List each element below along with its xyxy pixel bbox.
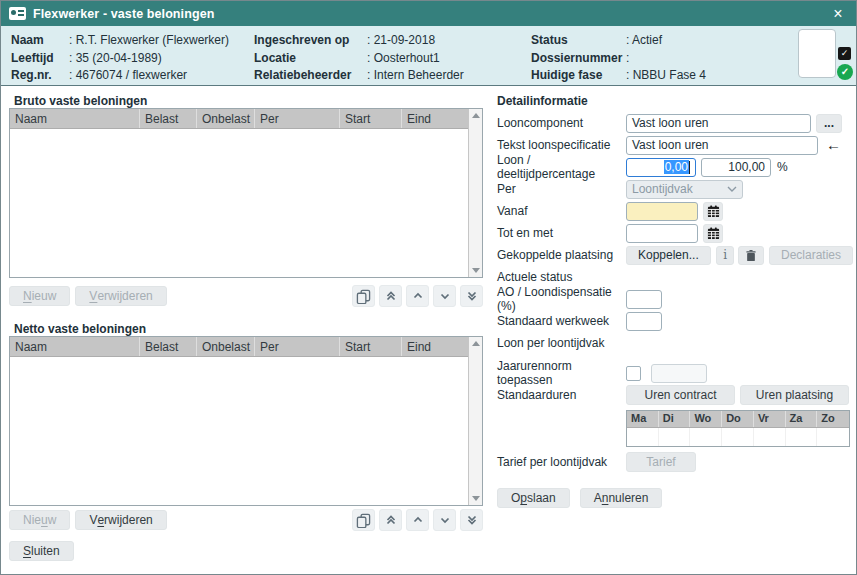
day-value-do[interactable] bbox=[722, 428, 754, 446]
netto-verwijderen-button[interactable]: Verwijderen bbox=[75, 510, 166, 530]
bruto-table-scrollbar[interactable] bbox=[468, 109, 482, 277]
gekoppelde-plaatsing-label: Gekoppelde plaatsing bbox=[497, 248, 626, 262]
scroll-down-icon[interactable] bbox=[472, 496, 480, 501]
bruto-nieuw-button[interactable]: Nieuw bbox=[9, 286, 70, 306]
loon-per-loontijdvak-row: Loon per loontijdvak bbox=[497, 332, 853, 354]
relatiebeheerder-label: Relatiebeheerder bbox=[254, 67, 367, 85]
move-down-icon[interactable] bbox=[433, 509, 456, 531]
move-down-icon[interactable] bbox=[433, 285, 456, 307]
tarief-button[interactable]: Tarief bbox=[626, 452, 696, 472]
status-ok-icon: ✓ bbox=[837, 64, 853, 80]
opslaan-button[interactable]: Opslaan bbox=[497, 488, 570, 508]
koppelen-button[interactable]: Koppelen... bbox=[626, 246, 711, 265]
close-icon[interactable]: × bbox=[828, 6, 848, 22]
netto-table-header: Naam Belast Onbelast Per Start Eind bbox=[10, 337, 468, 357]
calendar-icon[interactable] bbox=[703, 202, 723, 221]
regnr-value: : 4676074 / flexwerker bbox=[69, 67, 187, 85]
jaarurennorm-checkbox[interactable] bbox=[626, 366, 641, 381]
deeltijdpercentage-field[interactable]: 100,00 bbox=[701, 158, 771, 177]
bruto-button-row: Nieuw Verwijderen bbox=[9, 285, 483, 307]
scroll-up-icon[interactable] bbox=[472, 113, 480, 118]
move-top-icon[interactable] bbox=[379, 285, 402, 307]
bruto-table[interactable]: Naam Belast Onbelast Per Start Eind bbox=[9, 108, 483, 278]
bruto-verwijderen-button[interactable]: Verwijderen bbox=[75, 286, 166, 306]
tekst-loonspecificatie-field[interactable]: Vast loon uren bbox=[626, 136, 818, 155]
scroll-down-icon[interactable] bbox=[472, 268, 480, 273]
locatie-value: : Oosterhout1 bbox=[367, 50, 440, 68]
move-bottom-icon[interactable] bbox=[460, 509, 483, 531]
info-icon[interactable]: i bbox=[716, 246, 735, 265]
netto-table[interactable]: Naam Belast Onbelast Per Start Eind bbox=[9, 336, 483, 506]
tarief-label: Tarief per loontijdvak bbox=[497, 455, 626, 469]
calendar-icon[interactable] bbox=[703, 224, 723, 243]
standaarduren-days-table[interactable]: Ma Di Wo Do Vr Za Zo bbox=[626, 410, 850, 447]
per-select[interactable]: Loontijdvak bbox=[626, 180, 743, 199]
column-header-belast[interactable]: Belast bbox=[140, 337, 197, 356]
netto-nieuw-button[interactable]: Nieuw bbox=[9, 510, 70, 530]
column-header-start[interactable]: Start bbox=[340, 337, 402, 356]
column-header-eind[interactable]: Eind bbox=[402, 109, 468, 128]
day-header-ma: Ma bbox=[627, 411, 659, 427]
tekst-loonspecificatie-label: Tekst loonspecificatie bbox=[497, 138, 626, 152]
day-header-di: Di bbox=[659, 411, 691, 427]
status-label: Status bbox=[531, 32, 626, 50]
day-value-zo[interactable] bbox=[817, 428, 849, 446]
uren-plaatsing-button[interactable]: Uren plaatsing bbox=[740, 385, 849, 405]
column-header-start[interactable]: Start bbox=[340, 109, 402, 128]
naam-label: Naam bbox=[11, 32, 69, 50]
netto-table-scrollbar[interactable] bbox=[468, 337, 482, 505]
day-value-di[interactable] bbox=[659, 428, 691, 446]
standaard-werkweek-row: Standaard werkweek bbox=[497, 310, 853, 332]
scroll-up-icon[interactable] bbox=[472, 341, 480, 346]
bruto-table-header: Naam Belast Onbelast Per Start Eind bbox=[10, 109, 468, 129]
trash-icon[interactable] bbox=[738, 246, 763, 265]
column-header-onbelast[interactable]: Onbelast bbox=[197, 109, 255, 128]
move-bottom-icon[interactable] bbox=[460, 285, 483, 307]
bruto-table-rows[interactable] bbox=[10, 129, 468, 277]
standaard-werkweek-label: Standaard werkweek bbox=[497, 314, 626, 328]
column-header-onbelast[interactable]: Onbelast bbox=[197, 337, 255, 356]
move-up-icon[interactable] bbox=[406, 285, 429, 307]
vanaf-field[interactable] bbox=[626, 202, 698, 221]
ao-loondispensatie-field[interactable] bbox=[626, 290, 662, 309]
tarief-row: Tarief per loontijdvak Tarief bbox=[497, 451, 853, 473]
tot-en-met-label: Tot en met bbox=[497, 226, 626, 240]
naam-value: : R.T. Flexwerker (Flexwerker) bbox=[69, 32, 229, 50]
day-header-wo: Wo bbox=[690, 411, 722, 427]
jaarurennorm-row: Jaarurennorm toepassen bbox=[497, 362, 853, 384]
copy-from-component-arrow-icon[interactable]: ← bbox=[826, 138, 841, 152]
leeftijd-value: : 35 (20-04-1989) bbox=[69, 50, 162, 68]
day-value-vr[interactable] bbox=[754, 428, 786, 446]
copy-icon[interactable] bbox=[352, 285, 375, 307]
looncomponent-browse-button[interactable]: ... bbox=[816, 114, 842, 133]
checked-checkbox-icon[interactable]: ✓ bbox=[838, 47, 851, 60]
uren-contract-button[interactable]: Uren contract bbox=[626, 385, 735, 405]
column-header-belast[interactable]: Belast bbox=[140, 109, 197, 128]
column-header-eind[interactable]: Eind bbox=[402, 337, 468, 356]
standaard-werkweek-field[interactable] bbox=[626, 312, 662, 331]
loon-field[interactable]: 0,00 bbox=[626, 158, 696, 177]
info-column-status: Status: Actief Dossiernummer: Huidige fa… bbox=[531, 32, 706, 85]
looncomponent-row: Looncomponent Vast loon uren ... bbox=[497, 112, 853, 134]
looncomponent-field[interactable]: Vast loon uren bbox=[626, 114, 811, 133]
declaraties-button[interactable]: Declaraties bbox=[769, 246, 853, 265]
netto-table-rows[interactable] bbox=[10, 357, 468, 505]
bruto-table-main: Naam Belast Onbelast Per Start Eind bbox=[10, 109, 468, 277]
jaarurennorm-field[interactable] bbox=[651, 364, 707, 383]
move-up-icon[interactable] bbox=[406, 509, 429, 531]
day-value-wo[interactable] bbox=[690, 428, 722, 446]
copy-icon[interactable] bbox=[352, 509, 375, 531]
day-value-ma[interactable] bbox=[627, 428, 659, 446]
tot-en-met-field[interactable] bbox=[626, 224, 698, 243]
sluiten-button[interactable]: Sluiten bbox=[9, 541, 74, 561]
column-header-per[interactable]: Per bbox=[255, 109, 340, 128]
annuleren-button[interactable]: Annuleren bbox=[580, 488, 663, 508]
column-header-naam[interactable]: Naam bbox=[10, 337, 140, 356]
column-header-naam[interactable]: Naam bbox=[10, 109, 140, 128]
ingeschreven-label: Ingeschreven op bbox=[254, 32, 367, 50]
days-values-row[interactable] bbox=[627, 428, 849, 446]
day-value-za[interactable] bbox=[786, 428, 818, 446]
tot-en-met-row: Tot en met bbox=[497, 222, 853, 244]
column-header-per[interactable]: Per bbox=[255, 337, 340, 356]
move-top-icon[interactable] bbox=[379, 509, 402, 531]
